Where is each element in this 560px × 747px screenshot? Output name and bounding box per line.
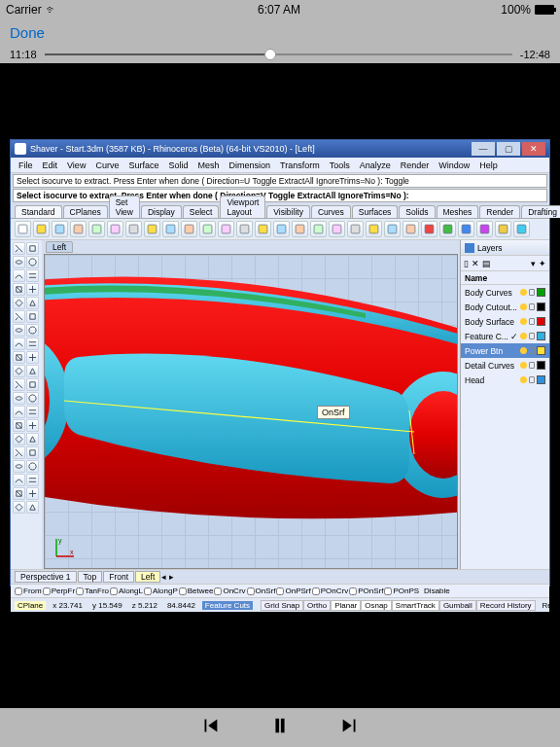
bulb-icon[interactable] <box>520 303 527 310</box>
tool-icon-23[interactable] <box>26 392 39 405</box>
tool-icon-3[interactable] <box>26 256 39 268</box>
toolbar-icon-10[interactable] <box>199 221 216 237</box>
osnap-alongl[interactable]: AlongL <box>110 587 143 595</box>
viewtab-front[interactable]: Front <box>103 571 134 583</box>
tool-icon-5[interactable] <box>26 269 39 282</box>
tab-solids[interactable]: Solids <box>399 205 435 218</box>
tool-icon-6[interactable] <box>13 283 25 296</box>
tool-icon-0[interactable] <box>13 242 25 255</box>
toolbar-icon-12[interactable] <box>236 221 253 237</box>
cplane-label[interactable]: CPlane <box>15 601 46 610</box>
toolbar-icon-21[interactable] <box>402 221 419 237</box>
tool-icon-35[interactable] <box>26 474 39 486</box>
tool-icon-37[interactable] <box>26 487 39 500</box>
color-swatch[interactable] <box>537 288 545 297</box>
toolbar-icon-18[interactable] <box>347 221 364 237</box>
menu-window[interactable]: Window <box>435 160 473 170</box>
menu-file[interactable]: File <box>15 160 37 170</box>
toolbar-icon-17[interactable] <box>329 221 345 237</box>
toolbar-icon-22[interactable] <box>421 221 438 237</box>
toolbar-icon-24[interactable] <box>458 221 474 237</box>
menu-curve[interactable]: Curve <box>91 160 122 170</box>
toggle-record-history[interactable]: Record History <box>476 600 536 611</box>
osnap-onpsrf[interactable]: OnPSrf <box>276 587 310 595</box>
layer-row[interactable]: Head <box>461 373 549 387</box>
color-swatch[interactable] <box>537 346 545 355</box>
tab-curves[interactable]: Curves <box>311 205 351 218</box>
lock-icon[interactable] <box>529 333 535 339</box>
next-button[interactable] <box>339 715 361 740</box>
viewtab-arrows[interactable]: ◂ ▸ <box>161 572 174 582</box>
tool-icon-38[interactable] <box>13 501 25 514</box>
tool-icon-33[interactable] <box>26 460 39 473</box>
bulb-icon[interactable] <box>520 289 527 296</box>
toolbar-icon-8[interactable] <box>162 221 179 237</box>
tool-icon-1[interactable] <box>26 242 39 255</box>
osnap-ponps[interactable]: POnPS <box>384 587 419 595</box>
viewport-canvas[interactable]: OnSrf yx <box>44 254 458 569</box>
tool-icon-26[interactable] <box>13 419 25 432</box>
lock-icon[interactable] <box>529 303 535 310</box>
tool-icon-29[interactable] <box>26 433 39 445</box>
toolbar-icon-4[interactable] <box>88 221 105 237</box>
toolbar-icon-9[interactable] <box>181 221 197 237</box>
tool-icon-16[interactable] <box>13 351 25 364</box>
toolbar-icon-2[interactable] <box>52 221 68 237</box>
tool-icon-11[interactable] <box>26 310 39 323</box>
color-swatch[interactable] <box>537 375 545 384</box>
osnap-ponsrf[interactable]: POnSrf <box>349 587 383 595</box>
toolbar-icon-27[interactable] <box>513 221 530 237</box>
bulb-icon[interactable] <box>520 318 527 325</box>
command-prompt[interactable]: Select isocurve to extract. Press Enter … <box>13 189 547 202</box>
toolbar-icon-0[interactable] <box>15 221 31 237</box>
bulb-icon[interactable] <box>520 376 527 383</box>
lock-icon[interactable] <box>529 318 535 325</box>
toolbar-icon-23[interactable] <box>439 221 456 237</box>
osnap-disable[interactable]: Disable <box>424 587 450 595</box>
tool-icon-19[interactable] <box>26 365 39 377</box>
viewtab-left[interactable]: Left <box>135 571 160 583</box>
tool-icon-28[interactable] <box>13 433 25 445</box>
filter-icon[interactable]: ▾ <box>531 259 536 268</box>
tool-icon-18[interactable] <box>13 365 25 377</box>
tool-icon-15[interactable] <box>26 338 39 350</box>
current-layer[interactable]: Feature Cuts <box>202 601 253 610</box>
menu-solid[interactable]: Solid <box>164 160 192 170</box>
toolbar-icon-13[interactable] <box>255 221 271 237</box>
osnap-tanfro[interactable]: TanFro <box>76 587 109 595</box>
pause-button[interactable] <box>269 715 291 740</box>
tool-icon-9[interactable] <box>26 297 39 309</box>
scrub-thumb[interactable] <box>264 49 276 60</box>
tool-icon-24[interactable] <box>13 406 25 418</box>
toolbar-icon-20[interactable] <box>384 221 401 237</box>
toggle-grid-snap[interactable]: Grid Snap <box>261 600 303 611</box>
scrub-track[interactable] <box>45 53 512 55</box>
viewport-title[interactable]: Left <box>46 241 73 253</box>
tool-icon-22[interactable] <box>13 392 25 405</box>
tab-viewport-layout[interactable]: Viewport Layout <box>220 196 265 218</box>
menu-analyze[interactable]: Analyze <box>356 160 395 170</box>
layer-props-icon[interactable]: ▤ <box>482 259 491 268</box>
menu-dimension[interactable]: Dimension <box>225 160 274 170</box>
menu-tools[interactable]: Tools <box>326 160 354 170</box>
tool-icon-12[interactable] <box>13 324 25 337</box>
lock-icon[interactable] <box>529 362 535 369</box>
toggle-smarttrack[interactable]: SmartTrack <box>392 600 439 611</box>
osnap-onsrf[interactable]: OnSrf <box>247 587 276 595</box>
tab-cplanes[interactable]: CPlanes <box>63 205 108 218</box>
lock-icon[interactable] <box>529 347 535 354</box>
layer-row[interactable]: Body Curves <box>461 285 549 300</box>
tool-icon-32[interactable] <box>13 460 25 473</box>
layer-row[interactable]: Body Surface <box>461 314 549 329</box>
tool-icon-10[interactable] <box>13 310 25 323</box>
layer-row[interactable]: Power Btn <box>461 343 549 358</box>
tool-icon-39[interactable] <box>26 501 39 514</box>
prev-button[interactable] <box>199 715 221 740</box>
osnap-perpfr[interactable]: PerpFr <box>43 587 75 595</box>
osnap-alongp[interactable]: AlongP <box>144 587 178 595</box>
menu-view[interactable]: View <box>63 160 89 170</box>
tab-select[interactable]: Select <box>183 205 220 218</box>
color-swatch[interactable] <box>537 302 545 311</box>
panel-header[interactable]: Layers <box>461 240 549 256</box>
bulb-icon[interactable] <box>520 347 527 354</box>
